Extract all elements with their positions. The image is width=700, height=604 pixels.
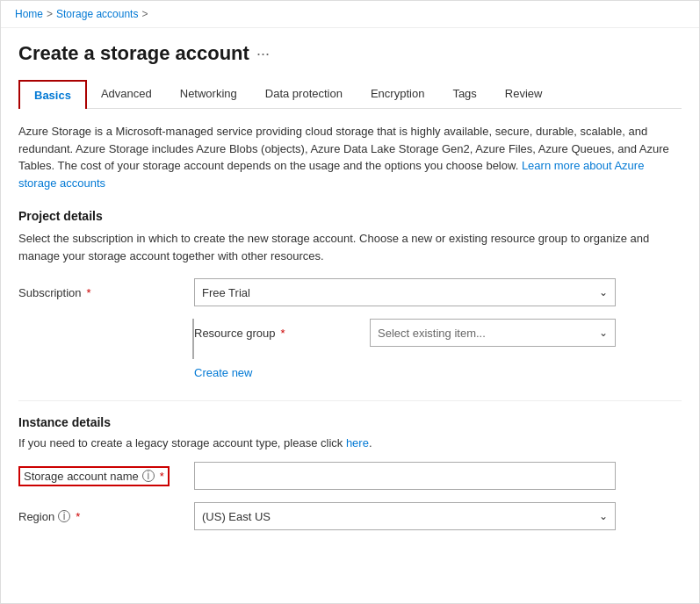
legacy-account-link[interactable]: here <box>346 436 369 449</box>
resource-group-dropdown-arrow: ⌄ <box>599 327 608 339</box>
tab-advanced[interactable]: Advanced <box>87 79 166 108</box>
project-details-subtext: Select the subscription in which to crea… <box>18 230 682 264</box>
breadcrumb-sep1: > <box>47 8 53 20</box>
tab-data-protection[interactable]: Data protection <box>251 79 357 108</box>
storage-account-name-input[interactable] <box>194 462 616 490</box>
tab-basics[interactable]: Basics <box>18 80 87 109</box>
instance-details-heading: Instance details <box>18 415 682 429</box>
tab-encryption[interactable]: Encryption <box>357 79 438 108</box>
breadcrumb: Home > Storage accounts > <box>1 1 699 28</box>
tab-networking[interactable]: Networking <box>166 79 251 108</box>
subscription-label: Subscription * <box>18 286 194 299</box>
region-dropdown[interactable]: (US) East US ⌄ <box>194 502 616 530</box>
instance-note: If you need to create a legacy storage a… <box>18 436 682 449</box>
resource-group-required: * <box>281 327 285 340</box>
storage-name-label-box: Storage account name i * <box>18 466 170 486</box>
breadcrumb-storage-accounts[interactable]: Storage accounts <box>56 8 138 20</box>
resource-group-label: Resource group * <box>194 327 370 340</box>
resource-group-dropdown[interactable]: Select existing item... ⌄ <box>370 319 616 347</box>
tab-review[interactable]: Review <box>491 79 557 108</box>
region-row: Region i * (US) East US ⌄ <box>18 502 682 530</box>
page-title: Create a storage account <box>18 42 249 65</box>
subscription-dropdown[interactable]: Free Trial ⌄ <box>194 278 616 306</box>
breadcrumb-sep2: > <box>141 8 148 20</box>
storage-name-required: * <box>160 470 164 483</box>
project-details-heading: Project details <box>18 209 682 223</box>
description-text: Azure Storage is a Microsoft-managed ser… <box>18 123 682 191</box>
region-label: Region i * <box>18 510 194 523</box>
subscription-required: * <box>87 286 91 299</box>
breadcrumb-home[interactable]: Home <box>15 8 43 20</box>
region-required: * <box>76 510 80 523</box>
tab-bar: Basics Advanced Networking Data protecti… <box>18 79 682 109</box>
resource-group-row: Resource group * Select existing item...… <box>194 319 616 347</box>
storage-account-name-row: Storage account name i * <box>18 462 682 490</box>
subscription-dropdown-arrow: ⌄ <box>599 286 608 298</box>
region-dropdown-arrow: ⌄ <box>599 510 608 522</box>
region-info-icon[interactable]: i <box>58 510 70 522</box>
create-new-link[interactable]: Create new <box>194 366 252 379</box>
tab-tags[interactable]: Tags <box>438 79 490 108</box>
storage-name-info-icon[interactable]: i <box>142 470 155 482</box>
storage-account-name-label: Storage account name i * <box>18 466 194 486</box>
page-title-menu[interactable]: ··· <box>256 45 270 63</box>
subscription-row: Subscription * Free Trial ⌄ <box>18 278 682 306</box>
